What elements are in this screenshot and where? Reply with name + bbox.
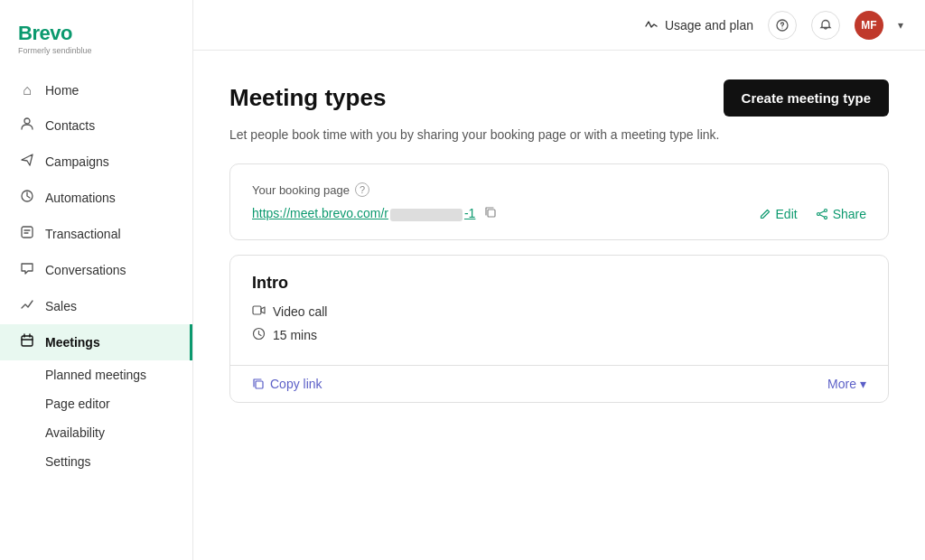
- sidebar-item-label: Sales: [45, 299, 77, 313]
- copy-link-icon: [252, 378, 265, 390]
- url-blurred: [390, 209, 462, 221]
- sidebar-item-label: Conversations: [45, 263, 126, 277]
- meeting-type-detail-type: Video call: [252, 303, 866, 320]
- meeting-type-name: Intro: [252, 274, 866, 293]
- bell-icon: [819, 19, 832, 32]
- booking-page-help-icon[interactable]: ?: [355, 182, 369, 197]
- page-content: Meeting types Create meeting type Let pe…: [193, 51, 925, 446]
- create-meeting-type-button[interactable]: Create meeting type: [724, 79, 889, 117]
- sidebar-item-label: Campaigns: [45, 154, 109, 169]
- share-booking-page-button[interactable]: Share: [816, 207, 866, 221]
- clock-icon: [252, 327, 266, 343]
- campaigns-icon: [18, 153, 36, 171]
- booking-url[interactable]: https://meet.brevo.com/r-1: [252, 206, 475, 220]
- copy-url-icon[interactable]: [484, 206, 497, 221]
- usage-plan-label: Usage and plan: [665, 18, 753, 33]
- page-title: Meeting types: [229, 84, 386, 112]
- sidebar-item-label: Contacts: [45, 118, 95, 133]
- sidebar-item-automations[interactable]: Automations: [0, 180, 192, 216]
- meeting-type-card-intro: Intro Video call: [229, 255, 889, 403]
- booking-page-card: Your booking page ? https://meet.brevo.c…: [229, 163, 889, 240]
- usage-plan-button[interactable]: Usage and plan: [645, 18, 753, 33]
- sidebar-item-transactional[interactable]: Transactional: [0, 216, 192, 252]
- page-subtitle: Let people book time with you by sharing…: [229, 127, 889, 142]
- top-bar: Usage and plan MF ▾: [193, 0, 925, 51]
- svg-point-8: [824, 216, 827, 219]
- video-call-icon: [252, 303, 266, 320]
- chevron-down-icon: ▾: [860, 377, 866, 391]
- sidebar-item-label: Automations: [45, 191, 116, 205]
- svg-point-5: [781, 27, 782, 28]
- svg-point-0: [24, 118, 30, 124]
- page-header: Meeting types Create meeting type: [229, 79, 889, 117]
- sidebar-item-label: Meetings: [45, 335, 100, 350]
- notifications-button[interactable]: [811, 11, 840, 40]
- url-actions: Edit Share: [759, 207, 866, 221]
- share-icon: [816, 208, 828, 220]
- edit-booking-page-button[interactable]: Edit: [759, 207, 798, 221]
- home-icon: ⌂: [18, 82, 36, 98]
- booking-url-row: https://meet.brevo.com/r-1 Edit: [252, 206, 866, 221]
- avatar[interactable]: MF: [855, 11, 883, 40]
- sidebar-item-contacts[interactable]: Contacts: [0, 107, 192, 144]
- sidebar-item-label: Home: [45, 83, 79, 98]
- sales-icon: [18, 297, 36, 315]
- svg-rect-10: [253, 306, 261, 314]
- meeting-type-detail-duration: 15 mins: [252, 327, 866, 343]
- sidebar-item-page-editor[interactable]: Page editor: [45, 389, 192, 418]
- automations-icon: [18, 189, 36, 207]
- logo-area: Brevo Formerly sendinblue: [0, 14, 192, 73]
- svg-rect-2: [22, 227, 33, 238]
- conversations-icon: [18, 261, 36, 279]
- meeting-card-body: Intro Video call: [230, 256, 888, 365]
- meetings-icon: [18, 333, 36, 351]
- sidebar-item-campaigns[interactable]: Campaigns: [0, 144, 192, 180]
- sidebar-item-sales[interactable]: Sales: [0, 288, 192, 324]
- booking-page-label: Your booking page ?: [252, 182, 866, 197]
- transactional-icon: [18, 225, 36, 243]
- edit-icon: [759, 208, 771, 220]
- meeting-card-footer: Copy link More ▾: [230, 365, 888, 402]
- sidebar-item-label: Transactional: [45, 227, 121, 241]
- more-button[interactable]: More ▾: [827, 377, 866, 391]
- main-nav: ⌂ Home Contacts Campaigns: [0, 73, 192, 476]
- sidebar-item-planned-meetings[interactable]: Planned meetings: [45, 360, 192, 389]
- logo-brevo: Brevo: [18, 22, 174, 45]
- sidebar-item-availability[interactable]: Availability: [45, 418, 192, 447]
- sidebar-item-home[interactable]: ⌂ Home: [0, 73, 192, 107]
- logo-sub: Formerly sendinblue: [18, 46, 174, 55]
- svg-rect-6: [488, 210, 495, 217]
- svg-rect-3: [22, 336, 33, 346]
- sidebar: Brevo Formerly sendinblue ⌂ Home Contact…: [0, 0, 193, 560]
- svg-rect-12: [256, 381, 263, 388]
- copy-link-button[interactable]: Copy link: [252, 377, 322, 391]
- help-button[interactable]: [768, 11, 797, 40]
- avatar-chevron-icon[interactable]: ▾: [898, 19, 903, 32]
- sidebar-item-conversations[interactable]: Conversations: [0, 252, 192, 288]
- sidebar-item-meetings[interactable]: Meetings: [0, 324, 192, 360]
- activity-icon: [645, 18, 659, 33]
- svg-point-9: [817, 212, 819, 215]
- meetings-subnav: Planned meetings Page editor Availabilit…: [0, 360, 192, 476]
- svg-point-7: [824, 209, 827, 211]
- sidebar-item-settings[interactable]: Settings: [45, 447, 192, 476]
- contacts-icon: [18, 117, 36, 135]
- help-icon: [776, 19, 789, 32]
